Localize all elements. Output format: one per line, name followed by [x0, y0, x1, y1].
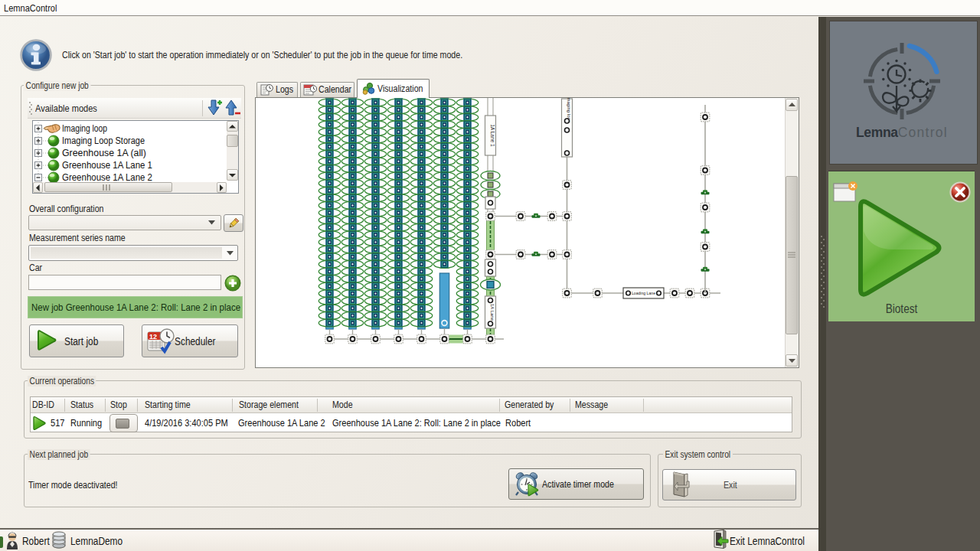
svg-text:1A Lane 1: 1A Lane 1 [490, 124, 495, 147]
svg-text:Greenhouse 1A Lane 1: Greenhouse 1A Lane 1 [62, 160, 152, 171]
svg-text:Imaging loop: Imaging loop [62, 123, 107, 134]
svg-text:12: 12 [149, 333, 157, 341]
svg-text:Imaging Loop Storage: Imaging Loop Storage [62, 135, 145, 146]
svg-text:Greenhouse 1A (all): Greenhouse 1A (all) [62, 148, 146, 158]
svg-text:Loading Lane: Loading Lane [632, 291, 655, 295]
svg-text:LemnaControl: LemnaControl [856, 125, 947, 140]
svg-text:1A Lane: 1A Lane [490, 304, 495, 321]
